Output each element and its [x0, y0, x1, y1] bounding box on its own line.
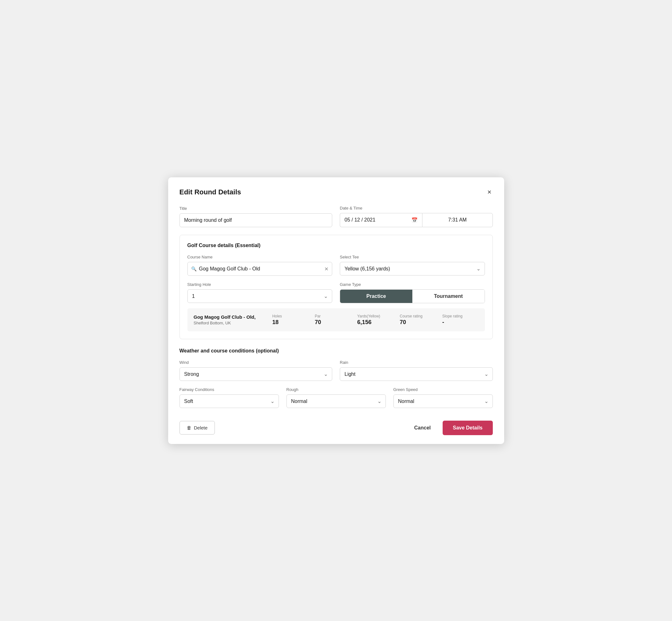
save-button[interactable]: Save Details	[443, 421, 493, 435]
wind-wrapper: None Light Moderate Strong ⌄	[179, 367, 333, 381]
green-speed-select[interactable]: Slow Normal Fast	[393, 395, 493, 408]
course-info-card: Gog Magog Golf Club - Old, Shelford Bott…	[187, 308, 485, 331]
starting-hole-label: Starting Hole	[187, 282, 333, 287]
starting-hole-input[interactable]: 1 10	[187, 289, 333, 303]
par-label: Par	[315, 314, 351, 318]
top-row: Title Date & Time 05 / 12 / 2021 📅 7:31 …	[179, 206, 493, 227]
game-type-group: Game Type Practice Tournament	[340, 282, 485, 303]
footer-row: 🗑 Delete Cancel Save Details	[179, 416, 493, 435]
title-input[interactable]	[179, 213, 333, 227]
rough-label: Rough	[287, 387, 386, 392]
cancel-button[interactable]: Cancel	[409, 421, 436, 434]
select-tee-label: Select Tee	[340, 255, 485, 259]
rain-wrapper: None Light Moderate Heavy ⌄	[340, 367, 493, 381]
datetime-field-group: Date & Time 05 / 12 / 2021 📅 7:31 AM	[340, 206, 493, 227]
modal-title: Edit Round Details	[179, 188, 241, 196]
slope-rating-stat: Slope rating -	[436, 314, 478, 326]
weather-top-grid: Wind None Light Moderate Strong ⌄ Rain N…	[179, 360, 493, 381]
rough-group: Rough Soft Normal Hard ⌄	[287, 387, 386, 408]
starting-hole-wrapper: 1 10 ⌄	[187, 289, 333, 303]
weather-title: Weather and course conditions (optional)	[179, 348, 493, 354]
course-name-input[interactable]	[187, 262, 333, 276]
green-speed-wrapper: Slow Normal Fast ⌄	[393, 395, 493, 408]
holes-label: Holes	[272, 314, 308, 318]
time-value: 7:31 AM	[448, 217, 467, 223]
course-info-name: Gog Magog Golf Club - Old,	[194, 314, 266, 320]
par-stat: Par 70	[308, 314, 351, 326]
course-name-label: Course Name	[187, 255, 333, 259]
green-speed-label: Green Speed	[393, 387, 493, 392]
clear-course-icon[interactable]: ✕	[324, 266, 328, 272]
footer-right-actions: Cancel Save Details	[409, 421, 493, 435]
practice-button[interactable]: Practice	[340, 290, 412, 303]
holes-stat: Holes 18	[266, 314, 308, 326]
par-value: 70	[315, 319, 351, 326]
course-name-group: Course Name 🔍 ✕	[187, 255, 333, 276]
rain-label: Rain	[340, 360, 493, 365]
course-info-name-group: Gog Magog Golf Club - Old, Shelford Bott…	[194, 314, 266, 325]
fairway-select[interactable]: Soft Normal Hard	[179, 395, 279, 408]
close-button[interactable]: ×	[486, 188, 493, 197]
date-value: 05 / 12 / 2021	[344, 217, 375, 223]
time-input[interactable]: 7:31 AM	[422, 213, 493, 227]
rain-group: Rain None Light Moderate Heavy ⌄	[340, 360, 493, 381]
trash-icon: 🗑	[187, 425, 192, 430]
select-tee-group: Select Tee Yellow (6,156 yards) White Re…	[340, 255, 485, 276]
tournament-button[interactable]: Tournament	[412, 290, 485, 303]
course-rating-stat: Course rating 70	[393, 314, 436, 326]
yards-value: 6,156	[357, 319, 393, 326]
golf-course-section: Golf Course details (Essential) Course N…	[179, 235, 493, 339]
holes-value: 18	[272, 319, 308, 326]
search-icon: 🔍	[191, 266, 197, 272]
date-input[interactable]: 05 / 12 / 2021 📅	[340, 213, 422, 227]
fairway-group: Fairway Conditions Soft Normal Hard ⌄	[179, 387, 279, 408]
game-type-label: Game Type	[340, 282, 485, 287]
yards-label: Yards(Yellow)	[357, 314, 393, 318]
weather-bottom-grid: Fairway Conditions Soft Normal Hard ⌄ Ro…	[179, 387, 493, 408]
title-field-group: Title	[179, 206, 333, 227]
fairway-wrapper: Soft Normal Hard ⌄	[179, 395, 279, 408]
rough-select[interactable]: Soft Normal Hard	[287, 395, 386, 408]
course-info-location: Shelford Bottom, UK	[194, 321, 266, 325]
slope-rating-label: Slope rating	[442, 314, 478, 318]
wind-select[interactable]: None Light Moderate Strong	[179, 367, 333, 381]
game-type-toggle: Practice Tournament	[340, 289, 485, 303]
course-rating-label: Course rating	[400, 314, 436, 318]
calendar-icon: 📅	[411, 217, 418, 223]
rough-wrapper: Soft Normal Hard ⌄	[287, 395, 386, 408]
rain-select[interactable]: None Light Moderate Heavy	[340, 367, 493, 381]
course-fields: Course Name 🔍 ✕ Select Tee Yellow (6,156…	[187, 255, 485, 303]
modal-header: Edit Round Details ×	[179, 188, 493, 197]
yards-stat: Yards(Yellow) 6,156	[351, 314, 393, 326]
delete-label: Delete	[194, 425, 208, 430]
title-label: Title	[179, 206, 333, 211]
delete-button[interactable]: 🗑 Delete	[179, 421, 215, 434]
edit-round-modal: Edit Round Details × Title Date & Time 0…	[168, 177, 504, 444]
wind-group: Wind None Light Moderate Strong ⌄	[179, 360, 333, 381]
course-rating-value: 70	[400, 319, 436, 326]
golf-course-title: Golf Course details (Essential)	[187, 243, 485, 248]
starting-hole-group: Starting Hole 1 10 ⌄	[187, 282, 333, 303]
green-speed-group: Green Speed Slow Normal Fast ⌄	[393, 387, 493, 408]
wind-label: Wind	[179, 360, 333, 365]
fairway-label: Fairway Conditions	[179, 387, 279, 392]
select-tee-wrapper: Yellow (6,156 yards) White Red Blue ⌄	[340, 262, 485, 276]
slope-rating-value: -	[442, 319, 478, 326]
datetime-inputs: 05 / 12 / 2021 📅 7:31 AM	[340, 213, 493, 227]
course-name-search-wrapper: 🔍 ✕	[187, 262, 333, 276]
datetime-label: Date & Time	[340, 206, 493, 210]
select-tee-input[interactable]: Yellow (6,156 yards) White Red Blue	[340, 262, 485, 276]
weather-section: Weather and course conditions (optional)…	[179, 348, 493, 408]
